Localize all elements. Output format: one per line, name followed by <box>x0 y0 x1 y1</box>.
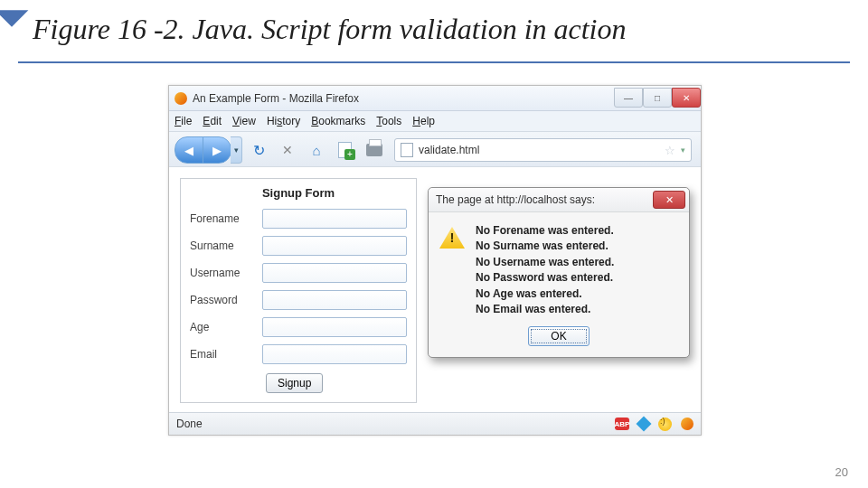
forward-button[interactable]: ▶ <box>203 136 231 164</box>
adblock-icon[interactable]: ABP <box>615 418 629 430</box>
input-username[interactable] <box>262 263 407 283</box>
browser-window: An Example Form - Mozilla Firefox — □ ✕ … <box>168 85 702 436</box>
alert-msg: No Forename was entered. <box>476 223 678 239</box>
back-button[interactable]: ◀ <box>175 136 203 164</box>
window-titlebar: An Example Form - Mozilla Firefox — □ ✕ <box>169 86 701 111</box>
alert-ok-button[interactable]: OK <box>528 326 589 346</box>
menu-view[interactable]: View <box>232 115 256 127</box>
slide-accent <box>0 0 28 27</box>
signup-form: Signup Form Forename Surname Username Pa… <box>180 178 417 403</box>
status-bar: Done ABP <box>169 412 701 435</box>
alert-messages: No Forename was entered. No Surname was … <box>476 223 678 317</box>
firefox-status-icon[interactable] <box>681 418 693 430</box>
input-password[interactable] <box>262 290 407 310</box>
alert-msg: No Age was entered. <box>476 286 678 302</box>
alert-titlebar: The page at http://localhost says: ✕ <box>429 188 689 212</box>
status-text: Done <box>176 418 203 430</box>
warning-icon <box>439 227 465 249</box>
label-email: Email <box>190 348 257 361</box>
alert-title: The page at http://localhost says: <box>436 193 595 206</box>
page-icon <box>401 143 413 157</box>
new-tab-icon[interactable]: + <box>335 140 355 160</box>
slide-title: Figure 16 -2. Java. Script form validati… <box>33 13 627 46</box>
input-surname[interactable] <box>262 236 407 256</box>
home-icon[interactable]: ⌂ <box>307 140 326 160</box>
page-number: 20 <box>835 465 848 479</box>
form-title: Signup Form <box>181 179 416 205</box>
reload-icon[interactable]: ↻ <box>249 140 269 160</box>
alert-close-button[interactable]: ✕ <box>653 191 685 209</box>
nav-history-dropdown[interactable]: ▾ <box>231 136 242 164</box>
label-password: Password <box>190 294 257 306</box>
firefox-icon <box>175 92 187 105</box>
alert-msg: No Email was entered. <box>476 302 678 317</box>
close-button[interactable]: ✕ <box>672 88 701 108</box>
menu-help[interactable]: Help <box>412 115 435 127</box>
menu-bookmarks[interactable]: Bookmarks <box>311 115 365 127</box>
input-email[interactable] <box>262 344 407 364</box>
nav-cluster: ◀ ▶ ▾ <box>175 136 242 164</box>
page-content: Signup Form Forename Surname Username Pa… <box>169 166 701 413</box>
print-icon[interactable] <box>364 140 384 160</box>
nav-toolbar: ◀ ▶ ▾ ↻ ✕ ⌂ + validate.html ☆ ▾ <box>169 132 701 169</box>
menu-file[interactable]: File <box>175 115 192 127</box>
signup-button[interactable]: Signup <box>266 373 323 393</box>
menu-bar: File Edit View History Bookmarks Tools H… <box>169 111 701 132</box>
menu-history[interactable]: History <box>267 115 300 127</box>
input-forename[interactable] <box>262 209 407 229</box>
menu-edit[interactable]: Edit <box>203 115 222 127</box>
bookmark-star-icon[interactable]: ☆ <box>665 144 675 157</box>
menu-tools[interactable]: Tools <box>376 115 401 127</box>
smiley-icon[interactable] <box>658 418 672 431</box>
label-age: Age <box>190 321 257 333</box>
window-title: An Example Form - Mozilla Firefox <box>193 92 359 105</box>
maximize-button[interactable]: □ <box>643 88 672 108</box>
stop-icon[interactable]: ✕ <box>278 140 297 160</box>
alert-msg: No Surname was entered. <box>476 239 678 254</box>
url-dropdown-icon[interactable]: ▾ <box>681 145 685 155</box>
title-rule <box>18 61 850 63</box>
url-text: validate.html <box>419 144 479 156</box>
alert-msg: No Password was entered. <box>476 270 678 286</box>
alert-msg: No Username was entered. <box>476 255 678 270</box>
label-surname: Surname <box>190 239 257 252</box>
window-buttons: — □ ✕ <box>614 86 701 106</box>
input-age[interactable] <box>262 317 407 337</box>
label-username: Username <box>190 267 257 279</box>
extension-icon[interactable] <box>637 417 652 432</box>
label-forename: Forename <box>190 212 257 225</box>
minimize-button[interactable]: — <box>614 88 643 108</box>
alert-dialog: The page at http://localhost says: ✕ No … <box>428 187 690 358</box>
address-bar[interactable]: validate.html ☆ ▾ <box>394 138 692 162</box>
